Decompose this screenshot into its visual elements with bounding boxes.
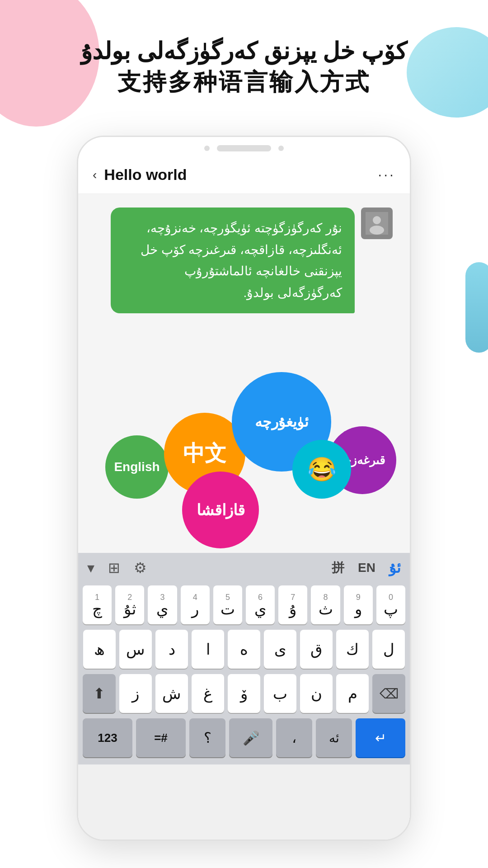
key-z[interactable]: ز bbox=[119, 674, 152, 713]
key-l[interactable]: ل bbox=[372, 630, 405, 669]
bubble-kazakh[interactable]: قازاقشا bbox=[182, 472, 259, 548]
chat-header: ‹ Hello world ··· bbox=[78, 156, 410, 194]
keyboard-bottom-row: 123 =# ؟ 🎤 ، ئە ↵ bbox=[78, 716, 410, 764]
key-m[interactable]: م bbox=[336, 674, 369, 713]
keyboard-row-2: ھ س د ا ە ى ق bbox=[78, 627, 410, 671]
phone-dot-2 bbox=[278, 146, 284, 151]
toolbar-right: 拼 EN ئۇ bbox=[332, 559, 401, 576]
phone-mockup: ‹ Hello world ··· نۇر كەرگۈزگۈچتە ئۈيگۈر… bbox=[77, 136, 411, 841]
key-mic[interactable]: 🎤 bbox=[229, 718, 272, 757]
key-q[interactable]: ق bbox=[300, 630, 333, 669]
messages-area: نۇر كەرگۈزگۈچتە ئۈيگۈرچە، خەنزۇچە، ئەنگل… bbox=[78, 194, 410, 336]
key-a[interactable]: ا bbox=[192, 630, 224, 669]
key-at[interactable]: ئە bbox=[316, 718, 352, 757]
avatar bbox=[361, 208, 393, 239]
enter-icon: ↵ bbox=[375, 730, 386, 746]
key-2-thu[interactable]: 2 ثۇ bbox=[115, 585, 144, 624]
phone-notch bbox=[217, 145, 271, 151]
keyboard-area: 1 چ 2 ثۇ 3 ي 4 ر 5 ت bbox=[78, 583, 410, 764]
key-9-w[interactable]: 9 و bbox=[344, 585, 373, 624]
phone-top-bar bbox=[78, 137, 410, 156]
toolbar-pinyin-btn[interactable]: 拼 bbox=[332, 559, 344, 576]
message-bubble: نۇر كەرگۈزگۈچتە ئۈيگۈرچە، خەنزۇچە، ئەنگل… bbox=[111, 208, 355, 313]
header-line2: 支持多种语言输入方式 bbox=[27, 67, 461, 98]
delete-icon: ⌫ bbox=[380, 686, 399, 702]
key-de[interactable]: د bbox=[155, 630, 188, 669]
toolbar-uyghur-btn[interactable]: ئۇ bbox=[389, 559, 401, 576]
toolbar-settings-icon[interactable]: ⚙ bbox=[134, 559, 147, 576]
header-line1: كۆپ خل يپزنق كەرگۈزگەلى بولدۇ bbox=[27, 36, 461, 67]
back-button[interactable]: ‹ bbox=[93, 168, 97, 182]
key-0-p[interactable]: 0 پ bbox=[376, 585, 405, 624]
chat-more-button[interactable]: ··· bbox=[378, 166, 395, 183]
key-o[interactable]: ۆ bbox=[228, 674, 260, 713]
key-b[interactable]: ب bbox=[264, 674, 296, 713]
bubble-emoji[interactable]: 😂 bbox=[292, 440, 351, 499]
key-1-ch[interactable]: 1 چ bbox=[83, 585, 112, 624]
key-he[interactable]: ھ bbox=[83, 630, 116, 669]
toolbar-sticker-icon[interactable]: ⊞ bbox=[108, 559, 120, 576]
svg-point-2 bbox=[370, 226, 384, 235]
keyboard-toolbar: ▾ ⊞ ⚙ 拼 EN ئۇ bbox=[78, 553, 410, 583]
lang-bubbles-area: English 中文 ئۈيغۇرچە قىرغەزچا 😂 قازاقشا bbox=[78, 336, 410, 553]
key-4-r[interactable]: 4 ر bbox=[181, 585, 210, 624]
key-se[interactable]: س bbox=[119, 630, 152, 669]
keyboard-row-3: ⬆ ز ش غ ۆ ب ن bbox=[78, 671, 410, 716]
toolbar-en-btn[interactable]: EN bbox=[358, 561, 375, 575]
key-6-yi[interactable]: 6 ي bbox=[246, 585, 275, 624]
key-n[interactable]: ن bbox=[300, 674, 333, 713]
keyboard-row-1: 1 چ 2 ثۇ 3 ي 4 ر 5 ت bbox=[78, 583, 410, 627]
chat-container: ‹ Hello world ··· نۇر كەرگۈزگۈچتە ئۈيگۈر… bbox=[78, 156, 410, 841]
key-5-t[interactable]: 5 ت bbox=[213, 585, 242, 624]
key-enter[interactable]: ↵ bbox=[356, 718, 405, 757]
key-yi2[interactable]: ى bbox=[264, 630, 296, 669]
chat-header-left: ‹ Hello world bbox=[93, 166, 187, 184]
key-symbols[interactable]: =# bbox=[136, 718, 186, 757]
key-comma[interactable]: ، bbox=[276, 718, 312, 757]
bubble-english[interactable]: English bbox=[105, 435, 169, 499]
toolbar-down-icon[interactable]: ▾ bbox=[87, 559, 94, 576]
shift-icon: ⬆ bbox=[93, 685, 105, 702]
key-k[interactable]: ك bbox=[336, 630, 369, 669]
key-8-th[interactable]: 8 ث bbox=[311, 585, 340, 624]
chat-title: Hello world bbox=[104, 166, 187, 184]
svg-point-1 bbox=[373, 216, 381, 224]
key-123[interactable]: 123 bbox=[83, 718, 132, 757]
key-7-u[interactable]: 7 ۇ bbox=[278, 585, 307, 624]
header-section: كۆپ خل يپزنق كەرگۈزگەلى بولدۇ 支持多种语言输入方式 bbox=[0, 36, 488, 97]
phone-dot-1 bbox=[204, 146, 210, 151]
key-gh[interactable]: غ bbox=[192, 674, 224, 713]
key-question[interactable]: ؟ bbox=[189, 718, 225, 757]
mic-icon: 🎤 bbox=[243, 730, 259, 746]
toolbar-left: ▾ ⊞ ⚙ bbox=[87, 559, 147, 576]
message-row: نۇر كەرگۈزگۈچتە ئۈيگۈرچە، خەنزۇچە، ئەنگل… bbox=[89, 208, 399, 313]
bg-blue-rect-decoration bbox=[465, 262, 488, 353]
key-sh[interactable]: ش bbox=[155, 674, 188, 713]
key-3-y[interactable]: 3 ي bbox=[148, 585, 177, 624]
shift-key[interactable]: ⬆ bbox=[83, 674, 116, 713]
key-e[interactable]: ە bbox=[228, 630, 260, 669]
delete-key[interactable]: ⌫ bbox=[372, 674, 405, 713]
